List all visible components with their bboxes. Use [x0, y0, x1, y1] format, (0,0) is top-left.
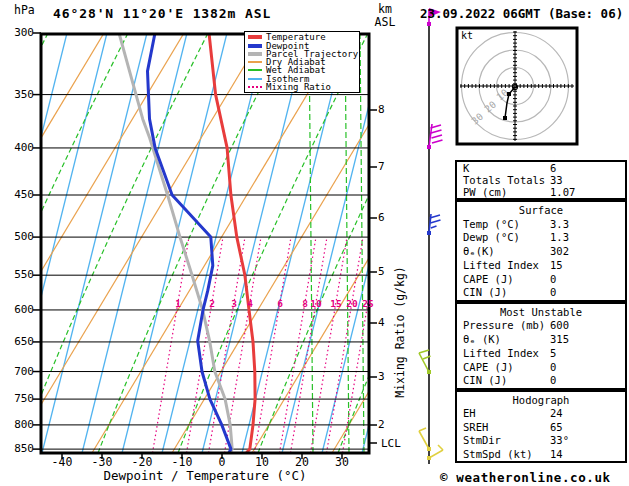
- stat-label: CIN (J): [463, 286, 507, 298]
- x-axis-title: Dewpoint / Temperature (°C): [94, 468, 316, 483]
- mixing-ratio-value-label: 4: [247, 298, 253, 309]
- mixing-ratio-value-label: 8: [302, 298, 308, 309]
- stat-row: PW (cm)1.07: [457, 186, 625, 198]
- wet-adiabat-line: [98, 33, 288, 453]
- stat-label: EH: [463, 407, 476, 419]
- stat-value: 65: [550, 421, 563, 433]
- wet-adiabat-line: [360, 33, 364, 453]
- pressure-tick-label: 500: [2, 232, 34, 242]
- km-tick-label: 8: [378, 105, 385, 115]
- hodograph: 102030: [457, 28, 577, 144]
- stat-value: 14: [550, 448, 563, 460]
- temp-tick-label: 20: [280, 457, 324, 468]
- legend-swatch-mixing-ratio: [248, 86, 262, 88]
- stat-value: 33: [550, 174, 563, 186]
- mixing-ratio-axis-label: Mixing Ratio (g/kg): [393, 217, 407, 447]
- stat-row: EH24: [457, 407, 625, 419]
- legend: TemperatureDewpointParcel TrajectoryDry …: [244, 31, 360, 93]
- legend-label: Mixing Ratio: [266, 83, 331, 91]
- stat-value: 24: [550, 407, 563, 419]
- mixing-ratio-value-label: 15: [330, 298, 341, 309]
- stat-row: SREH65: [457, 421, 625, 433]
- mixing-ratio-line: [327, 237, 364, 453]
- stat-label: PW (cm): [463, 186, 507, 198]
- stat-value: 0: [550, 286, 556, 298]
- temperature-curve: [209, 33, 255, 457]
- stat-row: Dewp (°C)1.3: [457, 231, 625, 243]
- wet-adiabat-line: [345, 33, 349, 453]
- temp-tick-label: -10: [160, 457, 204, 468]
- stat-value: 0: [550, 361, 556, 373]
- mixing-ratio-line: [311, 237, 348, 453]
- datetime-label: 23.09.2022 06GMT (Base: 06): [420, 6, 623, 21]
- pressure-tick-label: 350: [2, 90, 34, 100]
- page-title: 46°28'N 11°20'E 1382m ASL: [53, 6, 271, 21]
- mixing-ratio-line: [255, 237, 292, 453]
- legend-swatch-wet-adiabat: [248, 69, 262, 71]
- stat-label: CAPE (J): [463, 273, 514, 285]
- stat-value: 15: [550, 259, 563, 271]
- wet-adiabat-line: [309, 33, 313, 453]
- mixing-ratio-value-label: 2: [209, 298, 215, 309]
- stat-label: StmSpd (kt): [463, 448, 533, 460]
- stat-label: Totals Totals: [463, 174, 545, 186]
- legend-swatch-parcel-trajectory: [248, 52, 262, 56]
- isotherm-line: [362, 33, 467, 453]
- stat-label: StmDir: [463, 434, 501, 446]
- wind-barb-column: [419, 8, 443, 464]
- stat-value: 600: [550, 319, 569, 331]
- legend-swatch-isotherm: [248, 78, 262, 80]
- pressure-tick-label: 700: [2, 367, 34, 377]
- stat-label: Temp (°C): [463, 218, 520, 230]
- km-tick-label: 4: [378, 318, 385, 328]
- mixing-ratio-line: [209, 237, 246, 453]
- stat-row: θₑ(K)302: [457, 245, 625, 257]
- pressure-tick-label: 300: [2, 28, 34, 38]
- stat-value: 1.07: [550, 186, 575, 198]
- pressure-tick-label: 600: [2, 305, 34, 315]
- km-tick-label: 5: [378, 267, 385, 277]
- legend-swatch-temperature: [248, 35, 262, 39]
- stat-value: 1.3: [550, 231, 569, 243]
- km-tick-label: 3: [378, 372, 385, 382]
- stat-label: SREH: [463, 421, 488, 433]
- stat-row: StmSpd (kt)14: [457, 448, 625, 460]
- pressure-tick-label: 750: [2, 394, 34, 404]
- stat-row: CAPE (J)0: [457, 361, 625, 373]
- chart-frame: [33, 33, 377, 459]
- stat-value: 5: [550, 347, 556, 359]
- isotherm-line: [82, 33, 187, 453]
- stat-label: θₑ (K): [463, 333, 501, 345]
- temp-tick-label: 0: [200, 457, 244, 468]
- temp-tick-label: -20: [120, 457, 164, 468]
- stat-value: 0: [550, 273, 556, 285]
- wet-adiabat-line: [18, 33, 208, 453]
- km-tick-label: 7: [378, 162, 385, 172]
- mixing-ratio-value-label: 10: [310, 298, 321, 309]
- stat-value: 315: [550, 333, 569, 345]
- sounding-chart-page: { "header": { "pressure_unit": "hPa", "t…: [0, 0, 629, 486]
- legend-item: Mixing Ratio: [248, 83, 359, 91]
- stat-row: K6: [457, 162, 625, 174]
- stat-value: 302: [550, 245, 569, 257]
- mixing-ratio-value-label: 6: [277, 298, 283, 309]
- altitude-unit-asl: ASL: [371, 15, 399, 29]
- stat-row: Lifted Index15: [457, 259, 625, 271]
- stat-row: θₑ (K)315: [457, 333, 625, 345]
- stat-row: StmDir33°: [457, 434, 625, 446]
- stat-row: CIN (J)0: [457, 374, 625, 386]
- hodograph-unit-label: kt: [461, 30, 473, 41]
- stat-row: Lifted Index5: [457, 347, 625, 359]
- temp-tick-label: -40: [40, 457, 84, 468]
- most-unstable-box: Most UnstablePressure (mb)600θₑ (K)315Li…: [455, 302, 627, 390]
- wet-adiabat-line: [258, 33, 448, 453]
- stat-box-header: Hodograph: [457, 394, 625, 406]
- temp-tick-label: -30: [80, 457, 124, 468]
- stat-box-header: Most Unstable: [457, 306, 625, 318]
- legend-swatch-dewpoint: [248, 44, 262, 48]
- altitude-unit-km: km: [371, 2, 399, 16]
- pressure-tick-label: 650: [2, 337, 34, 347]
- stat-box-header: Surface: [457, 204, 625, 216]
- legend-swatch-dry-adiabat: [248, 61, 262, 63]
- surface-box: SurfaceTemp (°C)3.3Dewp (°C)1.3θₑ(K)302L…: [455, 200, 627, 302]
